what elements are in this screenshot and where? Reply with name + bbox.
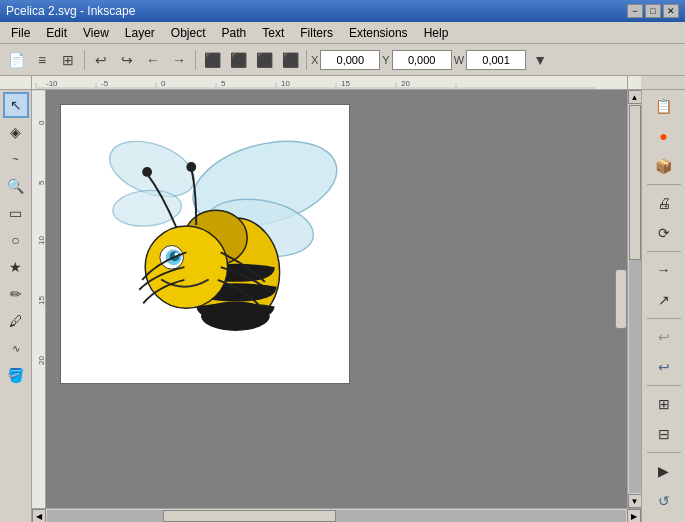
svg-text:5: 5 xyxy=(221,79,226,88)
svg-text:20: 20 xyxy=(37,356,46,365)
vscroll-track xyxy=(629,105,641,493)
x-label: X xyxy=(311,54,318,66)
canvas-area[interactable] xyxy=(46,90,627,508)
ruler-left: 0 5 10 15 20 xyxy=(32,90,46,508)
right-btn-6[interactable]: → xyxy=(646,256,682,284)
close-button[interactable]: ✕ xyxy=(663,4,679,18)
hscroll-thumb[interactable] xyxy=(163,510,337,522)
menu-view[interactable]: View xyxy=(76,23,116,43)
main-row: ↖ ◈ ~ 🔍 ▭ ○ ★ ✏ 🖊 ∿ 🪣 0 5 10 xyxy=(0,90,685,522)
toolbar-btn4[interactable]: ← xyxy=(141,48,165,72)
right-btn-4[interactable]: 🖨 xyxy=(646,189,682,217)
window-controls: − □ ✕ xyxy=(627,4,679,18)
right-btn-5[interactable]: ⟳ xyxy=(646,219,682,247)
right-btn-7[interactable]: ↗ xyxy=(646,286,682,314)
sep3 xyxy=(306,50,307,70)
ruler-top: -10 -5 0 5 10 15 20 xyxy=(32,76,627,90)
toolbar-redo[interactable]: ↪ xyxy=(115,48,139,72)
menu-text[interactable]: Text xyxy=(255,23,291,43)
menu-help[interactable]: Help xyxy=(417,23,456,43)
hscrollbar: ◀ ▶ xyxy=(32,508,641,522)
right-btn-9[interactable]: ↩ xyxy=(646,353,682,381)
zoom-tool[interactable]: 🔍 xyxy=(3,173,29,199)
hscroll-track xyxy=(47,510,626,522)
minimize-button[interactable]: − xyxy=(627,4,643,18)
right-btn-expand[interactable]: ▶ xyxy=(646,457,682,485)
right-sep2 xyxy=(647,251,681,252)
right-btn-8[interactable]: ↩ xyxy=(646,323,682,351)
svg-text:0: 0 xyxy=(161,79,166,88)
ruler-left-svg: 0 5 10 15 20 xyxy=(32,90,46,430)
maximize-button[interactable]: □ xyxy=(645,4,661,18)
right-btn-10[interactable]: ⊞ xyxy=(646,390,682,418)
toolbar-btn5[interactable]: → xyxy=(167,48,191,72)
svg-point-34 xyxy=(142,167,152,177)
toolbar-align3[interactable]: ⬛ xyxy=(252,48,276,72)
vscrollbar[interactable]: ▲ ▼ xyxy=(627,90,641,508)
pencil-tool[interactable]: ✏ xyxy=(3,281,29,307)
ruler-corner xyxy=(0,76,32,90)
svg-text:0: 0 xyxy=(37,120,46,125)
tweak-tool[interactable]: ~ xyxy=(3,146,29,172)
node-tool[interactable]: ◈ xyxy=(3,119,29,145)
canvas-row: 0 5 10 15 20 xyxy=(32,90,641,508)
svg-text:-5: -5 xyxy=(101,79,109,88)
x-input[interactable] xyxy=(320,50,380,70)
pen-tool[interactable]: 🖊 xyxy=(3,308,29,334)
svg-text:-10: -10 xyxy=(46,79,58,88)
toolbar-more[interactable]: ▼ xyxy=(528,48,552,72)
left-toolbar: ↖ ◈ ~ 🔍 ▭ ○ ★ ✏ 🖊 ∿ 🪣 xyxy=(0,90,32,522)
right-top-corner xyxy=(641,76,685,90)
select-tool[interactable]: ↖ xyxy=(3,92,29,118)
vscroll-thumb2[interactable] xyxy=(629,105,641,260)
hscroll-left[interactable]: ◀ xyxy=(32,509,46,522)
menu-object[interactable]: Object xyxy=(164,23,213,43)
right-btn-1[interactable]: 📋 xyxy=(646,92,682,120)
right-btn-expand2[interactable]: ↺ xyxy=(646,487,682,515)
toolbar-btn3[interactable]: ⊞ xyxy=(56,48,80,72)
w-label: W xyxy=(454,54,464,66)
menu-layer[interactable]: Layer xyxy=(118,23,162,43)
menu-extensions[interactable]: Extensions xyxy=(342,23,415,43)
right-btn-3[interactable]: 📦 xyxy=(646,152,682,180)
toolbar-align4[interactable]: ⬛ xyxy=(278,48,302,72)
menu-filters[interactable]: Filters xyxy=(293,23,340,43)
hscroll-right[interactable]: ▶ xyxy=(627,509,641,522)
menu-edit[interactable]: Edit xyxy=(39,23,74,43)
toolbar-undo[interactable]: ↩ xyxy=(89,48,113,72)
right-sep1 xyxy=(647,184,681,185)
svg-text:5: 5 xyxy=(37,180,46,185)
right-btn-2[interactable]: ● xyxy=(646,122,682,150)
ruler-top-svg: -10 -5 0 5 10 15 20 xyxy=(36,76,596,89)
bee-illustration xyxy=(66,115,346,380)
menu-path[interactable]: Path xyxy=(215,23,254,43)
content-area: -10 -5 0 5 10 15 20 ↖ ◈ xyxy=(0,76,685,522)
menu-file[interactable]: File xyxy=(4,23,37,43)
toolbar-align2[interactable]: ⬛ xyxy=(226,48,250,72)
right-sep5 xyxy=(647,452,681,453)
calligraphy-tool[interactable]: ∿ xyxy=(3,335,29,361)
sep2 xyxy=(195,50,196,70)
sep1 xyxy=(84,50,85,70)
svg-text:15: 15 xyxy=(341,79,350,88)
svg-text:10: 10 xyxy=(281,79,290,88)
right-sep3 xyxy=(647,318,681,319)
svg-text:10: 10 xyxy=(37,236,46,245)
vscroll-down[interactable]: ▼ xyxy=(628,494,642,508)
circle-tool[interactable]: ○ xyxy=(3,227,29,253)
vscroll-thumb[interactable] xyxy=(615,269,627,329)
fill-tool[interactable]: 🪣 xyxy=(3,362,29,388)
toolbar-new[interactable]: 📄 xyxy=(4,48,28,72)
rect-tool[interactable]: ▭ xyxy=(3,200,29,226)
right-btn-11[interactable]: ⊟ xyxy=(646,420,682,448)
titlebar: Pcelica 2.svg - Inkscape − □ ✕ xyxy=(0,0,685,22)
toolbar-align1[interactable]: ⬛ xyxy=(200,48,224,72)
y-input[interactable] xyxy=(392,50,452,70)
star-tool[interactable]: ★ xyxy=(3,254,29,280)
w-input[interactable] xyxy=(466,50,526,70)
document-page xyxy=(60,104,350,384)
y-label: Y xyxy=(382,54,389,66)
toolbar-btn2[interactable]: ≡ xyxy=(30,48,54,72)
vscroll-up[interactable]: ▲ xyxy=(628,90,642,104)
canvas-column: 0 5 10 15 20 xyxy=(32,90,641,522)
